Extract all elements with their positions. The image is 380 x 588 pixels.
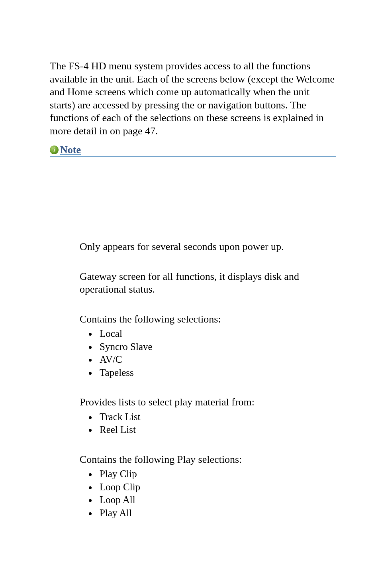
document-page: The FS-4 HD menu system provides access … [0,0,380,588]
section-playfrom-list: Track List Reel List [80,411,336,437]
intro-text-2: or [197,99,208,111]
info-icon: i [50,146,59,154]
section-playfrom-desc: Provides lists to select play material f… [80,396,336,409]
section-control-list: Local Syncro Slave AV/C Tapeless [80,327,336,379]
section-play-list: Play Clip Loop Clip Loop All Play All [80,468,336,519]
info-icon-glyph: i [53,147,55,153]
list-item: Syncro Slave [97,340,336,354]
section-play: Contains the following Play selections: … [80,453,336,520]
list-item: Play Clip [97,468,336,481]
note-callout: i Note [50,145,336,157]
list-item: AV/C [97,353,336,366]
list-item: Play All [97,507,336,520]
sections-container: Only appears for several seconds upon po… [50,240,336,519]
section-home: Gateway screen for all functions, it dis… [80,270,336,296]
section-welcome-desc: Only appears for several seconds upon po… [80,240,336,254]
note-label: Note [60,145,81,155]
section-home-desc: Gateway screen for all functions, it dis… [80,270,336,296]
section-play-desc: Contains the following Play selections: [80,453,336,466]
list-item: Loop Clip [97,481,336,494]
section-control: Contains the following selections: Local… [80,313,336,380]
list-item: Local [97,327,336,340]
section-control-desc: Contains the following selections: [80,313,336,326]
list-item: Reel List [97,423,336,437]
list-item: Tapeless [97,366,336,380]
intro-text-4: on page 47. [110,125,158,137]
list-item: Loop All [97,494,336,507]
intro-paragraph: The FS-4 HD menu system provides access … [50,60,336,138]
section-welcome: Only appears for several seconds upon po… [80,240,336,254]
section-playfrom: Provides lists to select play material f… [80,396,336,437]
list-item: Track List [97,411,336,424]
